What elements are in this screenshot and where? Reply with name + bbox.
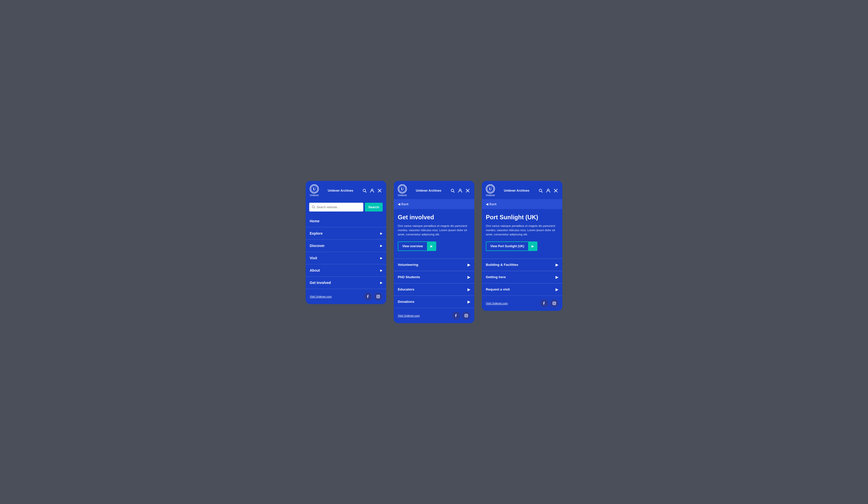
nav-label-visit: Visit <box>310 256 317 260</box>
header-icons-2 <box>450 188 470 193</box>
sub-item-building-label: Building & Facilities <box>486 263 518 266</box>
sub-item-request-visit[interactable]: Request a visit ▶ <box>482 283 562 295</box>
visit-link-2[interactable]: Visit Unilever.com <box>398 314 420 317</box>
sub-item-donations[interactable]: Donations ▶ <box>394 295 474 308</box>
svg-rect-19 <box>465 314 468 317</box>
section-title-2: Get involved <box>398 214 470 221</box>
nav-label-discover: Discover <box>310 244 324 248</box>
nav-arrow-explore: ▶ <box>380 232 382 235</box>
svg-line-3 <box>365 191 366 192</box>
back-arrow-3: ◀ <box>486 202 488 206</box>
nav-label-home: Home <box>310 219 320 223</box>
svg-point-11 <box>379 295 379 296</box>
sub-item-volunteering[interactable]: Volunteering ▶ <box>394 259 474 271</box>
search-input-icon <box>312 205 315 209</box>
facebook-button-3[interactable] <box>540 299 548 307</box>
logo-area-2: U Unilever <box>398 184 407 197</box>
nav-item-get-involved[interactable]: Get involved ▶ <box>306 277 386 289</box>
search-container: Search <box>306 199 386 215</box>
search-button[interactable]: Search <box>365 203 383 211</box>
nav-item-about[interactable]: About ▶ <box>306 264 386 277</box>
facebook-button-1[interactable] <box>364 293 372 301</box>
nav-label-get-involved: Get involved <box>310 281 331 285</box>
svg-line-15 <box>453 191 454 192</box>
back-bar-left-3: ◀ Back <box>486 202 497 206</box>
instagram-button-3[interactable] <box>550 299 558 307</box>
content-area-2: Get involved Orci varius natoque penatib… <box>394 209 474 258</box>
sub-item-donations-arrow: ▶ <box>467 300 470 304</box>
phones-container: U Unilever Unilever Archives <box>306 181 562 323</box>
close-icon[interactable] <box>377 188 382 193</box>
sub-item-educators-label: Educators <box>398 287 414 291</box>
svg-text:U: U <box>313 187 316 191</box>
sub-item-getting-here-arrow: ▶ <box>556 275 558 279</box>
header-icons <box>362 188 382 193</box>
nav-item-home[interactable]: Home <box>306 215 386 227</box>
logo-svg-2: U <box>399 185 406 192</box>
footer-2: Visit Unilever.com <box>394 308 474 323</box>
search-input-wrapper <box>309 203 363 211</box>
logo-svg: U <box>311 185 318 192</box>
nav-item-explore[interactable]: Explore ▶ <box>306 227 386 240</box>
footer-3: Visit Unilever.com <box>482 295 562 311</box>
user-icon[interactable] <box>370 188 375 193</box>
sub-item-getting-here-label: Getting here <box>486 275 506 279</box>
panel-get-involved: U Unilever Unilever Archives <box>394 181 474 323</box>
nav-arrow-about: ▶ <box>380 269 382 272</box>
nav-menu: Home Explore ▶ Discover ▶ Visit ▶ About … <box>306 215 386 289</box>
search-icon-2[interactable] <box>450 188 455 193</box>
svg-line-8 <box>314 208 315 208</box>
sub-menu-2: Volunteering ▶ PhD Students ▶ Educators … <box>394 259 474 308</box>
nav-arrow-discover: ▶ <box>380 244 382 248</box>
svg-point-10 <box>378 296 379 297</box>
back-bar-2[interactable]: ◀ Back <box>394 199 474 209</box>
unilever-logo-2: U <box>398 184 407 193</box>
instagram-button-2[interactable] <box>462 312 470 320</box>
view-btn-label-3[interactable]: View Port Sunlight (UK) <box>486 241 528 251</box>
facebook-button-2[interactable] <box>452 312 460 320</box>
search-icon[interactable] <box>362 188 367 193</box>
sub-item-phd-label: PhD Students <box>398 275 420 279</box>
svg-rect-29 <box>553 302 556 305</box>
view-btn-3: View Port Sunlight (UK) ▶ <box>486 241 537 251</box>
brand-name-2: Unilever <box>398 194 407 197</box>
sub-item-phd[interactable]: PhD Students ▶ <box>394 271 474 283</box>
sub-item-volunteering-label: Volunteering <box>398 263 418 266</box>
archives-title-2: Unilever Archives <box>416 189 441 192</box>
sub-item-building[interactable]: Building & Facilities ▶ <box>482 259 562 271</box>
nav-item-visit[interactable]: Visit ▶ <box>306 252 386 264</box>
svg-text:U: U <box>489 187 492 191</box>
svg-rect-9 <box>376 295 380 298</box>
unilever-logo-3: U <box>486 184 495 193</box>
view-btn-label-2[interactable]: View overview <box>398 241 427 251</box>
back-label-2: Back <box>401 202 409 206</box>
social-icons-3 <box>540 299 558 307</box>
search-input[interactable] <box>317 203 361 211</box>
back-label-3: Back <box>489 202 497 206</box>
close-icon-2[interactable] <box>465 188 470 193</box>
archives-title: Unilever Archives <box>328 189 353 192</box>
sub-item-educators[interactable]: Educators ▶ <box>394 283 474 295</box>
sub-item-getting-here[interactable]: Getting here ▶ <box>482 271 562 283</box>
nav-item-discover[interactable]: Discover ▶ <box>306 240 386 252</box>
unilever-logo: U <box>310 184 319 193</box>
panel-port-sunlight: U Unilever Unilever Archives <box>482 181 562 311</box>
back-bar-3[interactable]: ◀ Back <box>482 199 562 209</box>
visit-link-1[interactable]: Visit Unilever.com <box>310 295 332 298</box>
view-btn-arrow-2[interactable]: ▶ <box>427 241 436 251</box>
header: U Unilever Unilever Archives <box>306 181 386 199</box>
archives-title-3: Unilever Archives <box>504 189 529 192</box>
search-icon-3[interactable] <box>538 188 543 193</box>
social-icons-1 <box>364 293 382 301</box>
user-icon-2[interactable] <box>458 188 463 193</box>
sub-item-building-arrow: ▶ <box>556 263 558 267</box>
close-icon-3[interactable] <box>553 188 558 193</box>
visit-link-3[interactable]: Visit Unilever.com <box>486 302 508 305</box>
instagram-button-1[interactable] <box>374 293 382 301</box>
back-bar-left-2: ◀ Back <box>398 202 409 206</box>
sub-item-request-visit-arrow: ▶ <box>556 287 558 292</box>
section-title-3: Port Sunlight (UK) <box>486 214 558 221</box>
view-btn-arrow-3[interactable]: ▶ <box>528 241 537 251</box>
sub-item-donations-label: Donations <box>398 300 414 304</box>
user-icon-3[interactable] <box>546 188 551 193</box>
